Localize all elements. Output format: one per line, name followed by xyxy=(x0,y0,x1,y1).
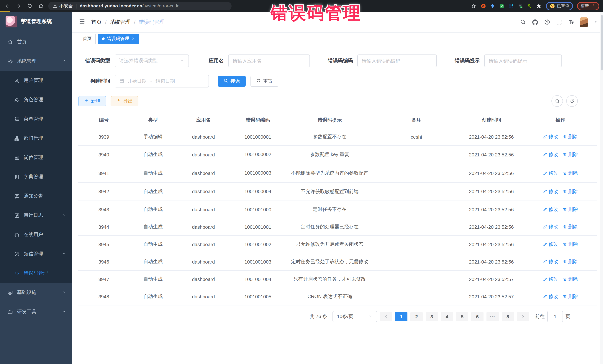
ubuntu-ext-icon[interactable] xyxy=(481,3,486,9)
delete-link[interactable]: 删除 xyxy=(563,293,578,300)
sidebar-item-home[interactable]: 首页 xyxy=(0,32,72,52)
user-avatar[interactable] xyxy=(580,17,588,27)
error-code-input[interactable] xyxy=(357,55,437,67)
delete-link[interactable]: 删除 xyxy=(563,224,578,230)
export-button[interactable]: 导出 xyxy=(111,96,139,106)
cell-remark xyxy=(374,288,459,305)
page-button-4[interactable]: 4 xyxy=(441,312,453,321)
next-page-button[interactable] xyxy=(517,312,529,321)
show-search-button[interactable] xyxy=(551,95,563,107)
sidebar-logo-row[interactable]: 芋道管理系统 xyxy=(0,12,72,31)
app-name-input[interactable] xyxy=(228,55,310,67)
delete-link[interactable]: 删除 xyxy=(563,151,578,158)
edit-link[interactable]: 修改 xyxy=(543,188,558,195)
key-ext-icon[interactable] xyxy=(527,3,533,9)
edit-link[interactable]: 修改 xyxy=(543,133,558,140)
edit-link[interactable]: 修改 xyxy=(543,259,558,265)
sidebar-item-infra[interactable]: 基础设施 xyxy=(0,283,72,302)
goto-page-input[interactable] xyxy=(547,311,563,322)
star-icon[interactable] xyxy=(471,3,476,9)
edit-link[interactable]: 修改 xyxy=(543,293,558,300)
sidebar-item-label: 角色管理 xyxy=(24,96,43,103)
prev-page-button[interactable] xyxy=(380,312,392,321)
sidebar-item-system[interactable]: 系统管理 xyxy=(0,52,72,71)
page-button-1[interactable]: 1 xyxy=(395,312,407,321)
puzzle-ext-icon[interactable] xyxy=(536,3,542,9)
edit-link[interactable]: 修改 xyxy=(543,224,558,230)
tab-active[interactable]: 错误码管理 xyxy=(98,33,139,44)
tab-item[interactable]: 首页 xyxy=(79,33,96,44)
back-icon[interactable] xyxy=(4,3,10,9)
sidebar-item-role[interactable]: 角色管理 xyxy=(0,90,72,109)
delete-link[interactable]: 删除 xyxy=(563,259,578,265)
page-button-8[interactable]: 8 xyxy=(502,312,514,321)
page-button-2[interactable]: 2 xyxy=(410,312,423,321)
pencil-icon xyxy=(543,171,547,175)
hamburger-button[interactable] xyxy=(79,18,85,26)
page-button-3[interactable]: 3 xyxy=(426,312,438,321)
delete-link[interactable]: 删除 xyxy=(563,170,578,176)
export-button-label: 导出 xyxy=(123,98,133,104)
sidebar-item-label: 审计日志 xyxy=(24,212,43,219)
page-size-select[interactable]: 10条/页 xyxy=(333,311,377,322)
delete-link[interactable]: 删除 xyxy=(563,241,578,248)
sidebar-item-user[interactable]: 用户管理 xyxy=(0,71,72,90)
scrollbar-thumb[interactable] xyxy=(601,15,603,70)
fullscreen-icon[interactable] xyxy=(556,19,562,25)
refresh-table-button[interactable] xyxy=(566,95,578,107)
sidebar-item-menu[interactable]: 菜单管理 xyxy=(0,109,72,129)
close-icon[interactable] xyxy=(131,36,135,40)
font-size-icon[interactable] xyxy=(568,19,574,25)
question-icon[interactable] xyxy=(544,19,550,25)
page-button-5[interactable]: 5 xyxy=(456,312,468,321)
pencil-icon xyxy=(543,260,547,264)
error-hint-input[interactable] xyxy=(484,55,562,67)
breadcrumb-item: 错误码管理 xyxy=(139,19,165,25)
search-button[interactable]: 搜索 xyxy=(218,76,246,87)
gem-ext-icon[interactable] xyxy=(490,3,495,9)
green-check-ext-icon[interactable] xyxy=(499,3,505,9)
onoff-ext-icon[interactable]: on xyxy=(518,3,523,9)
forward-icon[interactable] xyxy=(16,3,22,9)
sidebar-item-post[interactable]: 岗位管理 xyxy=(0,148,72,167)
sidebar-item-devtools[interactable]: 研发工具 xyxy=(0,302,72,321)
home-icon[interactable] xyxy=(38,3,44,9)
grid-ext-icon[interactable] xyxy=(508,3,514,9)
reload-icon[interactable] xyxy=(27,3,33,9)
reset-button[interactable]: 重置 xyxy=(251,76,278,87)
sidebar-item-sms[interactable]: 短信管理 xyxy=(0,244,72,264)
error-type-select[interactable]: 请选择错误码类型 xyxy=(115,55,189,67)
breadcrumb-item[interactable]: 系统管理 xyxy=(110,19,131,25)
date-range-picker[interactable]: 开始日期 - 结束日期 xyxy=(115,75,209,88)
caret-down-icon[interactable] xyxy=(593,20,598,24)
add-button[interactable]: 新增 xyxy=(78,96,106,106)
browser-update-button[interactable]: 更新 xyxy=(577,2,599,10)
edit-link[interactable]: 修改 xyxy=(543,241,558,248)
sidebar-item-dept[interactable]: 部门管理 xyxy=(0,129,72,148)
edit-link[interactable]: 修改 xyxy=(543,151,558,158)
edit-link[interactable]: 修改 xyxy=(543,276,558,283)
breadcrumb-item[interactable]: 首页 xyxy=(91,19,102,25)
sidebar-item-notice[interactable]: 通知公告 xyxy=(0,187,72,206)
sidebar-item-dict[interactable]: 字典管理 xyxy=(0,167,72,187)
sidebar-item-online-user[interactable]: 在线用户 xyxy=(0,225,72,244)
delete-link[interactable]: 删除 xyxy=(563,206,578,213)
delete-link[interactable]: 删除 xyxy=(563,188,578,195)
sidebar-item-error-code[interactable]: 错误码管理 xyxy=(0,264,72,283)
kebab-icon[interactable] xyxy=(591,3,596,8)
edit-link[interactable]: 修改 xyxy=(543,206,558,213)
github-icon[interactable] xyxy=(532,19,538,25)
menu-list-icon xyxy=(14,116,20,122)
page-ellipsis[interactable]: ••• xyxy=(487,312,499,321)
sidebar-item-audit-log[interactable]: 审计日志 xyxy=(0,206,72,225)
page-button-6[interactable]: 6 xyxy=(471,312,484,321)
search-icon[interactable] xyxy=(520,19,526,25)
window-scrollbar[interactable] xyxy=(600,12,603,364)
range-separator: - xyxy=(150,78,152,84)
delete-link[interactable]: 删除 xyxy=(563,133,578,140)
address-bar[interactable]: 不安全 dashboard.yudao.iocoder.cn/system/er… xyxy=(48,2,232,10)
browser-profile-button[interactable]: 已暂停 xyxy=(546,2,573,10)
delete-link[interactable]: 删除 xyxy=(563,276,578,283)
edit-link[interactable]: 修改 xyxy=(543,170,558,176)
refresh-icon xyxy=(569,99,575,104)
